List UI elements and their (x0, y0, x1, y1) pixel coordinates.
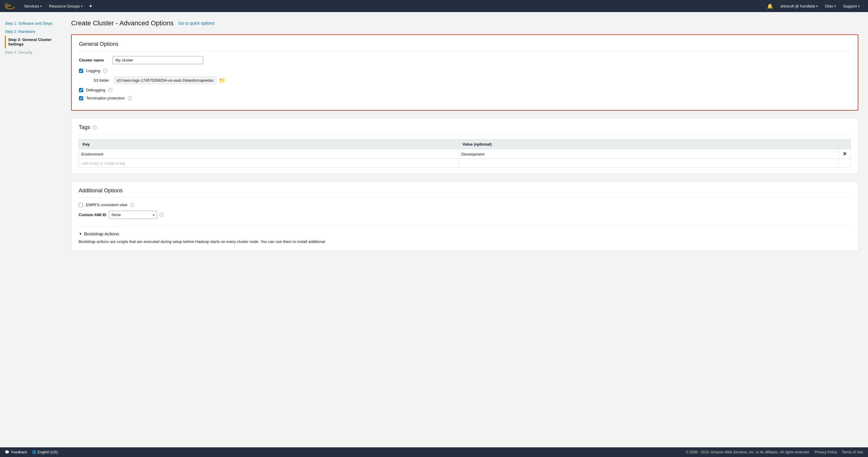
feedback-button[interactable]: 💬 Feedback (5, 450, 27, 454)
user-chevron-icon: ▾ (816, 4, 818, 8)
table-row: ✕ (79, 149, 851, 159)
footer: 💬 Feedback 🌐 English (US) © 2008 - 2019,… (0, 447, 868, 457)
pin-icon[interactable]: ✦ (86, 3, 95, 9)
tag-delete-new-cell (839, 159, 851, 167)
copyright-text: © 2008 - 2019, Amazon Web Services, Inc.… (686, 450, 809, 454)
custom-ami-info-icon[interactable]: i (159, 213, 164, 217)
tag-delete-button[interactable]: ✕ (843, 151, 846, 156)
page-header: Create Cluster - Advanced Options Go to … (71, 19, 858, 27)
tags-key-header: Key (79, 140, 459, 149)
tags-section: Tags i Key Value (optional) (71, 118, 858, 174)
page-wrapper: Step 1: Software and Steps Step 2: Hardw… (0, 12, 868, 457)
main-content: Create Cluster - Advanced Options Go to … (66, 12, 868, 457)
privacy-policy-link[interactable]: Privacy Policy (815, 450, 837, 454)
tag-value-cell (459, 149, 839, 159)
tag-delete-cell: ✕ (839, 149, 851, 159)
support-menu[interactable]: Support ▾ (839, 0, 863, 12)
debugging-checkbox[interactable] (79, 88, 83, 92)
bootstrap-title: Bootstrap Actions (84, 231, 119, 236)
footer-right: © 2008 - 2019, Amazon Web Services, Inc.… (686, 450, 863, 454)
emrfs-info-icon[interactable]: i (130, 203, 134, 207)
tag-key-new-input[interactable] (82, 161, 456, 165)
s3-folder-row: S3 folder 📁 (93, 77, 850, 84)
custom-ami-select-wrapper: None ▾ (109, 211, 157, 219)
additional-options-title: Additional Options (79, 187, 851, 198)
logging-row: Logging i (79, 68, 850, 73)
folder-browse-icon[interactable]: 📁 (219, 77, 225, 84)
additional-options-section: Additional Options EMRFS consistent view… (71, 181, 858, 251)
sidebar-item-step3[interactable]: Step 3: General Cluster Settings (5, 36, 61, 48)
terms-of-use-link[interactable]: Terms of Use (842, 450, 863, 454)
notification-bell-icon[interactable]: 🔔 (764, 3, 777, 9)
chat-icon: 💬 (5, 450, 9, 454)
bootstrap-section: ▼ Bootstrap Actions Bootstrap actions ar… (79, 226, 851, 245)
sidebar: Step 1: Software and Steps Step 2: Hardw… (0, 12, 66, 457)
general-options-title: General Options (79, 41, 850, 51)
tag-value-input[interactable] (461, 152, 836, 156)
tags-value-header: Value (optional) (459, 140, 839, 149)
debugging-label: Debugging (86, 88, 105, 92)
sidebar-item-step4: Step 4: Security (5, 48, 61, 56)
tag-key-cell (79, 149, 459, 159)
nav-right: 🔔 shhorsfi @ horsfield ▾ Ohio ▾ Support … (764, 0, 863, 12)
cluster-name-input[interactable] (113, 56, 203, 64)
bootstrap-header: ▼ Bootstrap Actions (79, 231, 851, 236)
emrfs-row: EMRFS consistent view i (79, 203, 851, 207)
cluster-name-label: Cluster name (79, 58, 109, 62)
region-menu[interactable]: Ohio ▾ (821, 0, 839, 12)
support-chevron-icon: ▾ (858, 4, 860, 8)
globe-icon: 🌐 (32, 450, 36, 454)
cluster-name-row: Cluster name (79, 56, 850, 64)
logging-info-icon[interactable]: i (103, 69, 107, 73)
page-title: Create Cluster - Advanced Options (71, 19, 174, 27)
emrfs-label: EMRFS consistent view (86, 203, 127, 207)
svg-text:aws: aws (6, 4, 11, 7)
custom-ami-select[interactable]: None (109, 211, 157, 219)
emrfs-checkbox[interactable] (79, 203, 83, 207)
table-row-new (79, 159, 851, 167)
tags-title: Tags (79, 124, 90, 130)
services-nav[interactable]: Services ▾ (21, 0, 45, 12)
general-options-section: General Options Cluster name Logging i S… (71, 34, 858, 111)
bootstrap-collapse-icon[interactable]: ▼ (79, 232, 82, 236)
termination-info-icon[interactable]: i (128, 96, 132, 100)
s3-folder-input[interactable] (114, 77, 216, 84)
termination-row: Termination protection i (79, 96, 850, 100)
bootstrap-description: Bootstrap actions are scripts that are e… (79, 239, 851, 245)
debugging-info-icon[interactable]: i (108, 88, 113, 92)
termination-checkbox[interactable] (79, 96, 83, 100)
sidebar-item-step2[interactable]: Step 2: Hardware (5, 27, 61, 36)
resource-groups-chevron-icon: ▾ (81, 4, 83, 8)
top-navigation: aws Services ▾ Resource Groups ▾ ✦ 🔔 shh… (0, 0, 868, 12)
aws-logo[interactable]: aws (5, 2, 17, 10)
region-chevron-icon: ▾ (834, 4, 836, 8)
debugging-row: Debugging i (79, 88, 850, 92)
logging-label: Logging (86, 68, 100, 73)
tag-value-new-cell (459, 159, 839, 167)
tag-value-new-input[interactable] (461, 161, 836, 165)
termination-label: Termination protection (86, 96, 125, 100)
tags-table: Key Value (optional) ✕ (79, 139, 851, 167)
logging-checkbox[interactable] (79, 69, 83, 73)
tag-key-new-cell (79, 159, 459, 167)
tags-info-icon[interactable]: i (93, 125, 97, 130)
services-chevron-icon: ▾ (40, 4, 42, 8)
language-selector[interactable]: 🌐 English (US) (32, 450, 58, 454)
sidebar-item-step1[interactable]: Step 1: Software and Steps (5, 19, 61, 27)
custom-ami-label: Custom AMI ID (79, 213, 106, 217)
quick-options-link[interactable]: Go to quick options (179, 21, 215, 26)
resource-groups-nav[interactable]: Resource Groups ▾ (45, 0, 86, 12)
custom-ami-row: Custom AMI ID None ▾ i (79, 211, 851, 219)
s3-folder-label: S3 folder (93, 78, 112, 83)
user-menu[interactable]: shhorsfi @ horsfield ▾ (777, 0, 821, 12)
tag-key-input[interactable] (82, 152, 456, 156)
